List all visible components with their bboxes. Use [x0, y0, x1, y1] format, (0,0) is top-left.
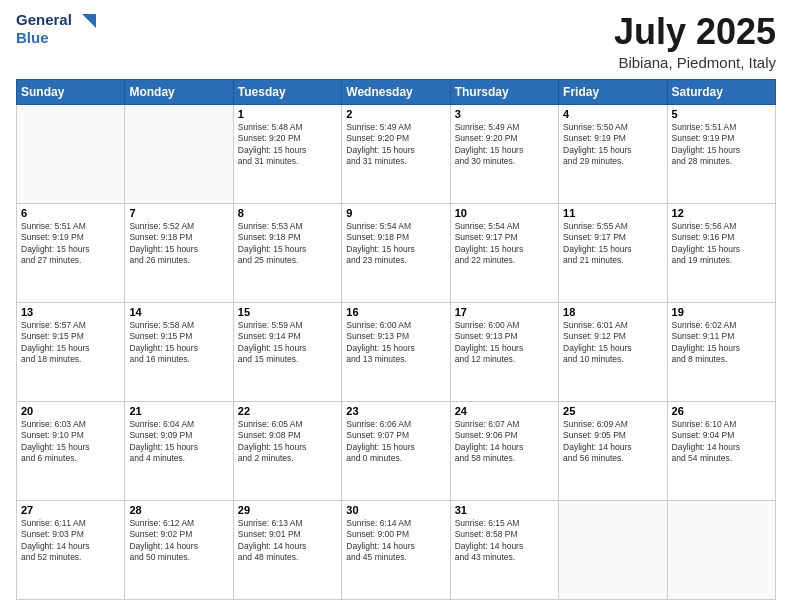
calendar-cell [125, 104, 233, 203]
title-block: July 2025 Bibiana, Piedmont, Italy [614, 12, 776, 71]
calendar-cell: 16Sunrise: 6:00 AM Sunset: 9:13 PM Dayli… [342, 302, 450, 401]
day-info: Sunrise: 6:13 AM Sunset: 9:01 PM Dayligh… [238, 518, 337, 564]
day-number: 19 [672, 306, 771, 318]
day-number: 2 [346, 108, 445, 120]
calendar-cell: 15Sunrise: 5:59 AM Sunset: 9:14 PM Dayli… [233, 302, 341, 401]
day-number: 26 [672, 405, 771, 417]
day-number: 9 [346, 207, 445, 219]
day-number: 10 [455, 207, 554, 219]
calendar-cell: 20Sunrise: 6:03 AM Sunset: 9:10 PM Dayli… [17, 401, 125, 500]
calendar-cell: 26Sunrise: 6:10 AM Sunset: 9:04 PM Dayli… [667, 401, 775, 500]
calendar-cell: 23Sunrise: 6:06 AM Sunset: 9:07 PM Dayli… [342, 401, 450, 500]
calendar-table: Sunday Monday Tuesday Wednesday Thursday… [16, 79, 776, 600]
day-info: Sunrise: 5:49 AM Sunset: 9:20 PM Dayligh… [346, 122, 445, 168]
day-number: 18 [563, 306, 662, 318]
day-number: 29 [238, 504, 337, 516]
calendar-cell: 27Sunrise: 6:11 AM Sunset: 9:03 PM Dayli… [17, 500, 125, 599]
day-number: 7 [129, 207, 228, 219]
day-number: 14 [129, 306, 228, 318]
day-info: Sunrise: 6:11 AM Sunset: 9:03 PM Dayligh… [21, 518, 120, 564]
day-info: Sunrise: 6:06 AM Sunset: 9:07 PM Dayligh… [346, 419, 445, 465]
week-row-4: 20Sunrise: 6:03 AM Sunset: 9:10 PM Dayli… [17, 401, 776, 500]
calendar-cell: 30Sunrise: 6:14 AM Sunset: 9:00 PM Dayli… [342, 500, 450, 599]
day-info: Sunrise: 5:51 AM Sunset: 9:19 PM Dayligh… [21, 221, 120, 267]
day-info: Sunrise: 6:07 AM Sunset: 9:06 PM Dayligh… [455, 419, 554, 465]
calendar-cell: 14Sunrise: 5:58 AM Sunset: 9:15 PM Dayli… [125, 302, 233, 401]
calendar-cell: 21Sunrise: 6:04 AM Sunset: 9:09 PM Dayli… [125, 401, 233, 500]
day-info: Sunrise: 5:59 AM Sunset: 9:14 PM Dayligh… [238, 320, 337, 366]
day-info: Sunrise: 5:57 AM Sunset: 9:15 PM Dayligh… [21, 320, 120, 366]
calendar-cell: 2Sunrise: 5:49 AM Sunset: 9:20 PM Daylig… [342, 104, 450, 203]
calendar-cell: 28Sunrise: 6:12 AM Sunset: 9:02 PM Dayli… [125, 500, 233, 599]
day-info: Sunrise: 6:00 AM Sunset: 9:13 PM Dayligh… [346, 320, 445, 366]
day-number: 12 [672, 207, 771, 219]
calendar-cell: 25Sunrise: 6:09 AM Sunset: 9:05 PM Dayli… [559, 401, 667, 500]
day-info: Sunrise: 6:04 AM Sunset: 9:09 PM Dayligh… [129, 419, 228, 465]
week-row-5: 27Sunrise: 6:11 AM Sunset: 9:03 PM Dayli… [17, 500, 776, 599]
page: General Blue July 2025 Bibiana, Piedmont… [0, 0, 792, 612]
day-number: 11 [563, 207, 662, 219]
logo: General Blue [16, 12, 96, 47]
day-info: Sunrise: 6:10 AM Sunset: 9:04 PM Dayligh… [672, 419, 771, 465]
col-thursday: Thursday [450, 79, 558, 104]
col-friday: Friday [559, 79, 667, 104]
day-number: 15 [238, 306, 337, 318]
day-info: Sunrise: 5:53 AM Sunset: 9:18 PM Dayligh… [238, 221, 337, 267]
day-number: 6 [21, 207, 120, 219]
calendar-cell: 3Sunrise: 5:49 AM Sunset: 9:20 PM Daylig… [450, 104, 558, 203]
svg-marker-0 [82, 14, 96, 28]
day-number: 23 [346, 405, 445, 417]
day-number: 25 [563, 405, 662, 417]
day-number: 16 [346, 306, 445, 318]
header: General Blue July 2025 Bibiana, Piedmont… [16, 12, 776, 71]
col-sunday: Sunday [17, 79, 125, 104]
calendar-cell: 19Sunrise: 6:02 AM Sunset: 9:11 PM Dayli… [667, 302, 775, 401]
day-number: 31 [455, 504, 554, 516]
calendar-cell: 6Sunrise: 5:51 AM Sunset: 9:19 PM Daylig… [17, 203, 125, 302]
day-number: 27 [21, 504, 120, 516]
day-number: 17 [455, 306, 554, 318]
day-info: Sunrise: 6:05 AM Sunset: 9:08 PM Dayligh… [238, 419, 337, 465]
day-number: 24 [455, 405, 554, 417]
calendar-cell: 4Sunrise: 5:50 AM Sunset: 9:19 PM Daylig… [559, 104, 667, 203]
calendar-cell [17, 104, 125, 203]
day-info: Sunrise: 6:09 AM Sunset: 9:05 PM Dayligh… [563, 419, 662, 465]
day-info: Sunrise: 5:49 AM Sunset: 9:20 PM Dayligh… [455, 122, 554, 168]
location-title: Bibiana, Piedmont, Italy [614, 54, 776, 71]
day-info: Sunrise: 5:56 AM Sunset: 9:16 PM Dayligh… [672, 221, 771, 267]
day-number: 4 [563, 108, 662, 120]
day-number: 3 [455, 108, 554, 120]
day-number: 13 [21, 306, 120, 318]
calendar-cell: 5Sunrise: 5:51 AM Sunset: 9:19 PM Daylig… [667, 104, 775, 203]
calendar-cell [667, 500, 775, 599]
calendar-cell: 11Sunrise: 5:55 AM Sunset: 9:17 PM Dayli… [559, 203, 667, 302]
month-title: July 2025 [614, 12, 776, 52]
day-info: Sunrise: 6:02 AM Sunset: 9:11 PM Dayligh… [672, 320, 771, 366]
col-saturday: Saturday [667, 79, 775, 104]
day-info: Sunrise: 6:00 AM Sunset: 9:13 PM Dayligh… [455, 320, 554, 366]
day-info: Sunrise: 6:03 AM Sunset: 9:10 PM Dayligh… [21, 419, 120, 465]
day-info: Sunrise: 6:14 AM Sunset: 9:00 PM Dayligh… [346, 518, 445, 564]
calendar-cell: 7Sunrise: 5:52 AM Sunset: 9:18 PM Daylig… [125, 203, 233, 302]
col-tuesday: Tuesday [233, 79, 341, 104]
col-wednesday: Wednesday [342, 79, 450, 104]
day-info: Sunrise: 5:48 AM Sunset: 9:20 PM Dayligh… [238, 122, 337, 168]
week-row-3: 13Sunrise: 5:57 AM Sunset: 9:15 PM Dayli… [17, 302, 776, 401]
calendar-cell: 18Sunrise: 6:01 AM Sunset: 9:12 PM Dayli… [559, 302, 667, 401]
day-number: 22 [238, 405, 337, 417]
calendar-cell: 1Sunrise: 5:48 AM Sunset: 9:20 PM Daylig… [233, 104, 341, 203]
day-number: 20 [21, 405, 120, 417]
calendar-cell: 13Sunrise: 5:57 AM Sunset: 9:15 PM Dayli… [17, 302, 125, 401]
day-number: 21 [129, 405, 228, 417]
week-row-1: 1Sunrise: 5:48 AM Sunset: 9:20 PM Daylig… [17, 104, 776, 203]
day-info: Sunrise: 6:01 AM Sunset: 9:12 PM Dayligh… [563, 320, 662, 366]
calendar-cell: 10Sunrise: 5:54 AM Sunset: 9:17 PM Dayli… [450, 203, 558, 302]
day-info: Sunrise: 5:51 AM Sunset: 9:19 PM Dayligh… [672, 122, 771, 168]
day-number: 30 [346, 504, 445, 516]
header-row: Sunday Monday Tuesday Wednesday Thursday… [17, 79, 776, 104]
day-info: Sunrise: 5:58 AM Sunset: 9:15 PM Dayligh… [129, 320, 228, 366]
calendar-cell: 22Sunrise: 6:05 AM Sunset: 9:08 PM Dayli… [233, 401, 341, 500]
calendar-cell: 9Sunrise: 5:54 AM Sunset: 9:18 PM Daylig… [342, 203, 450, 302]
calendar-cell: 8Sunrise: 5:53 AM Sunset: 9:18 PM Daylig… [233, 203, 341, 302]
day-info: Sunrise: 5:54 AM Sunset: 9:17 PM Dayligh… [455, 221, 554, 267]
